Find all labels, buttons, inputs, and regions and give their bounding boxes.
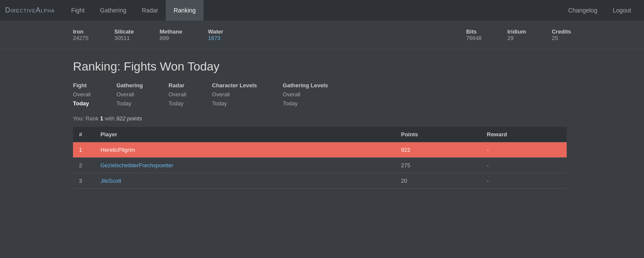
tab-group-character-levels: Character LevelsOverallToday bbox=[212, 82, 257, 108]
resource-water: Water1673 bbox=[208, 28, 223, 41]
nav-link-gathering[interactable]: Gathering bbox=[92, 0, 134, 21]
cell-reward: - bbox=[481, 157, 567, 173]
table-header-row: #PlayerPointsReward bbox=[73, 127, 567, 142]
tab-group-title-character-levels: Character Levels bbox=[212, 82, 257, 89]
resource-label-bits: Bits bbox=[466, 28, 482, 35]
resource-label-iridium: Iridium bbox=[507, 28, 526, 35]
table-row: 3JikiScott20- bbox=[73, 173, 567, 188]
tab-link-fight-overall[interactable]: Overall bbox=[73, 90, 91, 99]
resource-value-iron: 24275 bbox=[73, 35, 88, 41]
cell-rank: 3 bbox=[73, 173, 94, 188]
resource-value-iridium: 29 bbox=[507, 35, 526, 41]
resource-silicate: Silicate30511 bbox=[114, 28, 134, 41]
cell-points: 20 bbox=[395, 173, 481, 188]
resource-value-silicate: 30511 bbox=[114, 35, 134, 41]
ranking-tabs: FightOverallTodayGatheringOverallTodayRa… bbox=[73, 82, 571, 108]
cell-reward: - bbox=[481, 142, 567, 157]
tab-link-radar-today[interactable]: Today bbox=[169, 99, 186, 108]
cell-rank: 1 bbox=[73, 142, 94, 157]
tab-group-radar: RadarOverallToday bbox=[169, 82, 186, 108]
cell-player: GezielscheibterFrechspoetter bbox=[94, 157, 395, 173]
resource-credits: Credits25 bbox=[552, 28, 571, 41]
resource-bits: Bits76648 bbox=[466, 28, 482, 41]
tab-link-gathering-levels-today[interactable]: Today bbox=[283, 99, 328, 108]
table-row: 1HereticPilgrim922- bbox=[73, 142, 567, 157]
cell-rank: 2 bbox=[73, 157, 94, 173]
main-content: Ranking: Fights Won Today FightOverallTo… bbox=[0, 49, 644, 199]
nav-link-radar[interactable]: Radar bbox=[134, 0, 166, 21]
cell-player: HereticPilgrim bbox=[94, 142, 395, 157]
tab-group-title-gathering-levels: Gathering Levels bbox=[283, 82, 328, 89]
tab-group-title-radar: Radar bbox=[169, 82, 186, 89]
tab-link-gathering-overall[interactable]: Overall bbox=[116, 90, 143, 99]
cell-player: JikiScott bbox=[94, 173, 395, 188]
tab-link-character-levels-today[interactable]: Today bbox=[212, 99, 257, 108]
nav-link-fight[interactable]: Fight bbox=[64, 0, 92, 21]
rank-number: 1 bbox=[100, 115, 103, 122]
table-header: #PlayerPointsReward bbox=[73, 127, 567, 142]
table-row: 2GezielscheibterFrechspoetter275- bbox=[73, 157, 567, 173]
page-title: Ranking: Fights Won Today bbox=[73, 60, 571, 74]
tab-group-fight: FightOverallToday bbox=[73, 82, 91, 108]
nav-link-changelog[interactable]: Changelog bbox=[560, 7, 605, 14]
cell-reward: - bbox=[481, 173, 567, 188]
col-header-reward: Reward bbox=[481, 127, 567, 142]
tab-link-gathering-levels-overall[interactable]: Overall bbox=[283, 90, 328, 99]
resource-label-methane: Methane bbox=[160, 28, 182, 35]
resource-label-credits: Credits bbox=[552, 28, 571, 35]
resources-bar: Iron24275Silicate30511Methane899Water167… bbox=[0, 21, 644, 49]
rank-points: 922 points bbox=[116, 115, 142, 122]
resources-spacer bbox=[249, 28, 440, 41]
resource-value-credits: 25 bbox=[552, 35, 571, 41]
resource-label-silicate: Silicate bbox=[114, 28, 134, 35]
resource-label-water: Water bbox=[208, 28, 223, 35]
resource-value-bits: 76648 bbox=[466, 35, 482, 41]
resource-methane: Methane899 bbox=[160, 28, 182, 41]
nav-links: FightGatheringRadarRanking bbox=[64, 0, 561, 21]
rank-info: You: Rank 1 with 922 points bbox=[73, 115, 571, 122]
navbar: DirectiveAlpha FightGatheringRadarRankin… bbox=[0, 0, 644, 21]
col-header-#: # bbox=[73, 127, 94, 142]
col-header-points: Points bbox=[395, 127, 481, 142]
col-header-player: Player bbox=[94, 127, 395, 142]
resource-value-methane: 899 bbox=[160, 35, 182, 41]
resource-value-water: 1673 bbox=[208, 35, 223, 41]
tab-group-title-gathering: Gathering bbox=[116, 82, 143, 89]
cell-points: 922 bbox=[395, 142, 481, 157]
tab-link-gathering-today[interactable]: Today bbox=[116, 99, 143, 108]
nav-link-logout[interactable]: Logout bbox=[605, 7, 639, 14]
tab-group-title-fight: Fight bbox=[73, 82, 91, 89]
tab-group-gathering-levels: Gathering LevelsOverallToday bbox=[283, 82, 328, 108]
ranking-table: #PlayerPointsReward 1HereticPilgrim922-2… bbox=[73, 127, 567, 189]
resource-iron: Iron24275 bbox=[73, 28, 88, 41]
tab-link-fight-today[interactable]: Today bbox=[73, 99, 91, 108]
table-body: 1HereticPilgrim922-2GezielscheibterFrech… bbox=[73, 142, 567, 188]
cell-points: 275 bbox=[395, 157, 481, 173]
tab-link-character-levels-overall[interactable]: Overall bbox=[212, 90, 257, 99]
nav-link-ranking[interactable]: Ranking bbox=[166, 0, 203, 21]
tab-link-radar-overall[interactable]: Overall bbox=[169, 90, 186, 99]
nav-right: ChangelogLogout bbox=[560, 7, 639, 14]
nav-brand: DirectiveAlpha bbox=[5, 6, 55, 14]
resource-label-iron: Iron bbox=[73, 28, 88, 35]
resource-iridium: Iridium29 bbox=[507, 28, 526, 41]
tab-group-gathering: GatheringOverallToday bbox=[116, 82, 143, 108]
